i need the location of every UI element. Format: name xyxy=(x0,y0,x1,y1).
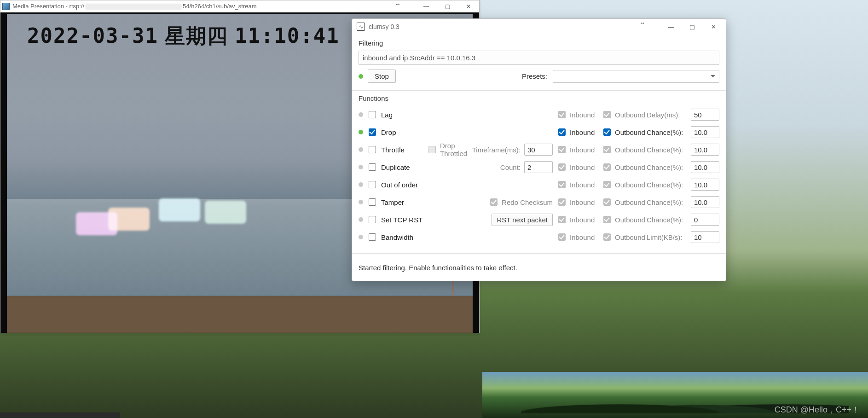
drop-outbound-checkbox[interactable] xyxy=(603,128,611,136)
rst-outbound-checkbox xyxy=(603,216,611,223)
functions-label: Functions xyxy=(359,94,719,102)
drop-chance-input[interactable] xyxy=(691,126,719,138)
drop-checkbox[interactable] xyxy=(369,128,376,136)
filter-status-dot-icon xyxy=(359,74,363,79)
tcp-rst-label: Set TCP RST xyxy=(381,216,422,224)
ooo-status-dot-icon xyxy=(359,182,363,187)
duplicate-chance-input[interactable] xyxy=(691,161,719,173)
minimize-button[interactable]: — xyxy=(660,19,682,34)
wallpaper-trees xyxy=(521,393,849,413)
video-ground xyxy=(7,296,473,333)
throttle-checkbox[interactable] xyxy=(369,146,376,153)
tamper-chance-input[interactable] xyxy=(691,196,719,208)
tamper-checkbox[interactable] xyxy=(369,198,376,206)
tamper-param-label: Chance(%): xyxy=(647,198,687,206)
timeframe-label: Timeframe(ms): xyxy=(472,146,521,154)
functions-table: Lag Inbound Outbound Delay(ms): Drop Inb… xyxy=(359,106,719,246)
throttle-timeframe-input[interactable] xyxy=(524,144,553,156)
taskbar-hint xyxy=(0,412,120,418)
clumsy-window: ∿ clumsy 0.3 ↔ — ▢ ✕ Filtering Stop Pres… xyxy=(352,18,726,281)
function-row-tamper: Tamper Redo Checksum Inbound Outbound Ch… xyxy=(359,193,719,211)
rst-chance-input[interactable] xyxy=(691,214,719,226)
resize-handle-icon[interactable]: ↔ xyxy=(393,0,402,7)
bandwidth-status-dot-icon xyxy=(359,235,363,239)
function-row-out-of-order: Out of order Inbound Outbound Chance(%): xyxy=(359,176,719,193)
outbound-label: Outbound xyxy=(615,146,645,154)
drop-param-label: Chance(%): xyxy=(647,128,687,136)
clumsy-window-title: clumsy 0.3 xyxy=(369,23,399,30)
function-row-throttle: Throttle Drop Throttled Timeframe(ms): I… xyxy=(359,141,719,158)
close-button[interactable]: ✕ xyxy=(458,0,479,12)
clumsy-app-icon: ∿ xyxy=(357,23,365,31)
outbound-label: Outbound xyxy=(615,111,645,119)
duplicate-label: Duplicate xyxy=(381,163,410,171)
bandwidth-limit-input[interactable] xyxy=(691,231,719,243)
presets-dropdown[interactable] xyxy=(553,70,719,83)
function-row-tcp-rst: Set TCP RST RST next packet Inbound Outb… xyxy=(359,211,719,228)
outbound-label: Outbound xyxy=(615,181,645,189)
presets-label: Presets: xyxy=(522,72,547,80)
function-row-duplicate: Duplicate Count: Inbound Outbound Chance… xyxy=(359,158,719,176)
drop-inbound-checkbox[interactable] xyxy=(558,128,566,136)
media-title-suffix: 54/h264/ch1/sub/av_stream xyxy=(183,3,256,10)
tcp-rst-checkbox[interactable] xyxy=(369,216,376,223)
lag-param-label: Delay(ms): xyxy=(647,111,687,119)
maximize-button[interactable]: ▢ xyxy=(437,0,458,12)
duplicate-outbound-checkbox xyxy=(603,163,611,171)
out-of-order-label: Out of order xyxy=(381,181,418,189)
clumsy-titlebar[interactable]: ∿ clumsy 0.3 ↔ — ▢ ✕ xyxy=(352,19,726,35)
throttle-chance-input[interactable] xyxy=(691,144,719,156)
out-of-order-checkbox[interactable] xyxy=(369,181,376,188)
bandwidth-checkbox[interactable] xyxy=(369,233,376,241)
drop-status-dot-icon xyxy=(359,130,363,134)
duplicate-param-label: Chance(%): xyxy=(647,163,687,171)
inbound-label: Inbound xyxy=(570,163,595,171)
media-window-title: Media Presentation - rtsp://54/h264/ch1/… xyxy=(12,3,257,10)
outbound-label: Outbound xyxy=(615,233,645,241)
video-artifact xyxy=(205,201,246,224)
media-title-hidden xyxy=(85,4,182,10)
close-button[interactable]: ✕ xyxy=(703,19,724,34)
ooo-param-label: Chance(%): xyxy=(647,181,687,189)
outbound-label: Outbound xyxy=(615,163,645,171)
duplicate-checkbox[interactable] xyxy=(369,163,376,171)
rst-inbound-checkbox xyxy=(558,216,566,223)
duplicate-count-input[interactable] xyxy=(524,161,553,173)
lag-inbound-checkbox xyxy=(558,111,566,118)
bandwidth-param-label: Limit(KB/s): xyxy=(647,233,687,241)
function-row-drop: Drop Inbound Outbound Chance(%): xyxy=(359,123,719,141)
minimize-button[interactable]: — xyxy=(416,0,437,12)
function-row-lag: Lag Inbound Outbound Delay(ms): xyxy=(359,106,719,123)
start-stop-button[interactable]: Stop xyxy=(368,70,396,83)
osd-time: 11:10:41 xyxy=(235,24,340,47)
outbound-label: Outbound xyxy=(615,128,645,136)
tamper-status-dot-icon xyxy=(359,200,363,204)
lag-delay-input[interactable] xyxy=(691,109,719,121)
maximize-button[interactable]: ▢ xyxy=(682,19,703,34)
rst-status-dot-icon xyxy=(359,217,363,222)
duplicate-inbound-checkbox xyxy=(558,163,566,171)
redo-checksum-label: Redo Checksum xyxy=(502,198,553,206)
media-title-prefix: Media Presentation - rtsp:// xyxy=(12,3,84,10)
throttle-inbound-checkbox xyxy=(558,146,566,153)
filter-expression-input[interactable] xyxy=(359,51,719,65)
duplicate-status-dot-icon xyxy=(359,165,363,169)
throttle-outbound-checkbox xyxy=(603,146,611,153)
osd-date: 2022-03-31 xyxy=(27,24,158,47)
ooo-chance-input[interactable] xyxy=(691,179,719,191)
rst-next-packet-button[interactable]: RST next packet xyxy=(492,214,553,226)
filtering-label: Filtering xyxy=(359,39,719,47)
video-artifact xyxy=(108,208,150,231)
outbound-label: Outbound xyxy=(615,198,645,206)
drop-throttled-label: Drop Throttled xyxy=(440,142,469,157)
resize-handle-icon[interactable]: ↔ xyxy=(638,19,647,26)
lag-outbound-checkbox xyxy=(603,111,611,118)
inbound-label: Inbound xyxy=(570,128,595,136)
inbound-label: Inbound xyxy=(570,216,595,224)
ooo-inbound-checkbox xyxy=(558,181,566,188)
redo-checksum-checkbox xyxy=(490,198,498,206)
rst-param-label: Chance(%): xyxy=(647,216,687,224)
lag-checkbox[interactable] xyxy=(369,111,376,118)
bandwidth-label: Bandwidth xyxy=(381,233,413,241)
desktop-wallpaper-landscape xyxy=(482,372,868,418)
